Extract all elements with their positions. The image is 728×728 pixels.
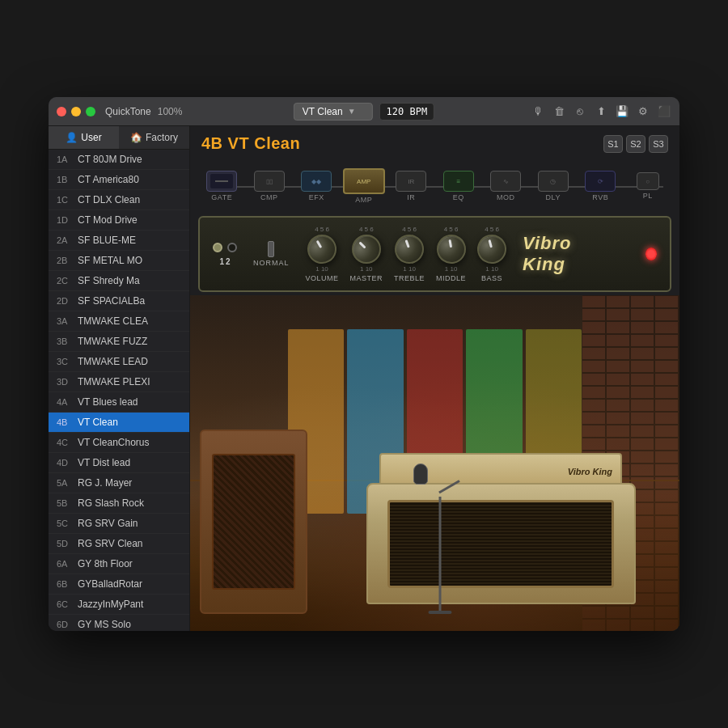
list-item[interactable]: 4CVT CleanChorus <box>49 433 189 453</box>
chain-eq[interactable]: ≡ EQ <box>435 171 483 201</box>
list-item[interactable]: 4AVT Blues lead <box>49 392 189 413</box>
item-id: 6D <box>57 620 78 629</box>
preset-selector[interactable]: VT Clean ▼ <box>294 103 373 121</box>
maximize-button[interactable] <box>86 107 95 116</box>
item-name: VT CleanChorus <box>78 437 150 448</box>
channel-1-button[interactable] <box>213 243 222 252</box>
list-item[interactable]: 3ATMWAKE CLEA <box>49 311 189 332</box>
item-id: 4C <box>57 438 78 447</box>
treble-knob[interactable] <box>391 231 428 268</box>
trash-icon[interactable]: 🗑 <box>552 104 566 119</box>
title-bar: QuickTone 100% VT Clean ▼ 120 BPM 🎙 🗑 ⎋ … <box>49 97 679 126</box>
list-item[interactable]: 5CRG SRV Gain <box>49 514 189 534</box>
power-icon[interactable]: ⬛ <box>657 104 671 119</box>
chain-gate[interactable]: GATE <box>198 171 246 201</box>
chain-pl-label: PL <box>643 192 653 200</box>
item-id: 1C <box>57 195 78 205</box>
user-icon: 👤 <box>66 132 78 143</box>
item-id: 5A <box>57 478 78 488</box>
chain-efx[interactable]: ◆◆ EFX <box>293 171 341 201</box>
list-item[interactable]: 6DGY MS Solo <box>49 615 189 631</box>
chain-dly[interactable]: ◷ DLY <box>530 171 578 201</box>
list-item[interactable]: 4DVT Dist lead <box>49 453 189 473</box>
list-item[interactable]: 3CTMWAKE LEAD <box>49 352 189 372</box>
list-item[interactable]: 5BRG Slash Rock <box>49 493 189 514</box>
amp-rack-module: 1 2 NORMAL 4 5 6 <box>198 216 671 292</box>
list-item[interactable]: 5DRG SRV Clean <box>49 534 189 554</box>
bpm-display[interactable]: 120 BPM <box>379 103 435 121</box>
chain-eq-label: EQ <box>453 193 464 201</box>
list-item-selected[interactable]: 4BVT Clean <box>49 413 189 433</box>
item-id: 4D <box>57 458 78 468</box>
gear-icon[interactable]: ⚙ <box>636 104 650 119</box>
middle-knob[interactable] <box>434 232 468 266</box>
amp-cabinet <box>366 483 636 603</box>
channel-dots <box>213 243 237 252</box>
list-item[interactable]: 1CCT DLX Clean <box>49 190 189 210</box>
list-item[interactable]: 2DSF SPACIALBa <box>49 291 189 311</box>
tab-user[interactable]: 👤 User <box>49 126 119 149</box>
chain-amp[interactable]: AMP AMP <box>341 168 388 204</box>
item-name: RG SRV Clean <box>78 538 142 549</box>
bass-knob[interactable] <box>474 231 510 267</box>
item-name: RG J. Mayer <box>78 477 132 489</box>
chain-cmp[interactable]: ▯▯ CMP <box>246 171 294 201</box>
item-id: 6B <box>57 579 78 589</box>
left-amp-body <box>200 430 307 614</box>
item-name: CT Mod Drive <box>78 214 138 226</box>
chain-dly-label: DLY <box>546 193 561 201</box>
scene-s1-button[interactable]: S1 <box>603 135 623 153</box>
channel-2-button[interactable] <box>227 243 237 252</box>
channel-switch[interactable] <box>268 241 274 257</box>
scene-s2-button[interactable]: S2 <box>626 135 645 153</box>
tab-factory[interactable]: 🏠 Factory <box>119 126 189 149</box>
item-id: 2C <box>57 276 78 286</box>
item-id: 3D <box>57 377 78 387</box>
chain-cmp-label: CMP <box>260 193 278 201</box>
list-item[interactable]: 5ARG J. Mayer <box>49 473 189 493</box>
list-item[interactable]: 6CJazzyInMyPant <box>49 595 189 615</box>
save-icon[interactable]: 💾 <box>615 104 629 119</box>
list-item[interactable]: 3BTMWAKE FUZZ <box>49 332 189 352</box>
mic-icon[interactable]: 🎙 <box>531 104 545 119</box>
list-item[interactable]: 2ASF BLUE-ME <box>49 231 189 251</box>
close-button[interactable] <box>57 107 66 116</box>
master-knob[interactable] <box>345 229 387 270</box>
export-icon[interactable]: ⎋ <box>573 104 587 119</box>
item-name: SF SPACIALBa <box>78 295 145 307</box>
list-item[interactable]: 1ACT 80JM Drive <box>49 150 189 170</box>
list-item[interactable]: 1DCT Mod Drive <box>49 210 189 231</box>
item-name: RG SRV Gain <box>78 518 138 529</box>
upload-icon[interactable]: ⬆ <box>594 104 608 119</box>
app-window: QuickTone 100% VT Clean ▼ 120 BPM 🎙 🗑 ⎋ … <box>49 97 679 631</box>
list-item[interactable]: 2BSF METAL MO <box>49 251 189 271</box>
list-item[interactable]: 6AGY 8th Floor <box>49 554 189 574</box>
traffic-lights <box>57 107 95 116</box>
chain-pl[interactable]: ○ PL <box>624 172 672 200</box>
list-item[interactable]: 3DTMWAKE PLEXI <box>49 372 189 392</box>
mic-pole <box>438 497 441 614</box>
item-name: GY 8th Floor <box>78 558 133 569</box>
chain-ir[interactable]: IR IR <box>387 171 435 201</box>
preset-header: 4B VT Clean S1 S2 S3 <box>190 126 679 158</box>
list-item[interactable]: 6BGYBalladRotar <box>49 574 189 595</box>
chain-amp-label: AMP <box>355 196 372 204</box>
channel-switch-group: NORMAL <box>253 241 290 267</box>
right-panel: 4B VT Clean S1 S2 S3 GATE <box>190 126 679 631</box>
list-item[interactable]: 1BCT America80 <box>49 170 189 190</box>
volume-knob[interactable] <box>302 229 341 269</box>
item-name: TMWAKE LEAD <box>78 356 148 367</box>
minimize-button[interactable] <box>71 107 81 116</box>
chain-mod[interactable]: ∿ MOD <box>482 171 530 201</box>
scene-s3-button[interactable]: S3 <box>649 135 668 153</box>
list-item[interactable]: 2CSF Shredy Ma <box>49 271 189 291</box>
item-id: 1A <box>57 154 78 164</box>
item-id: 5D <box>57 539 78 548</box>
item-name: SF BLUE-ME <box>78 235 136 246</box>
master-knob-group: 4 5 6 1 10 MASTER <box>350 226 383 282</box>
item-id: 5C <box>57 518 78 528</box>
chain-rvb[interactable]: ⟳ RVB <box>577 171 624 201</box>
item-id: 2D <box>57 296 78 306</box>
item-id: 2A <box>57 235 78 245</box>
item-name: CT DLX Clean <box>78 194 140 205</box>
